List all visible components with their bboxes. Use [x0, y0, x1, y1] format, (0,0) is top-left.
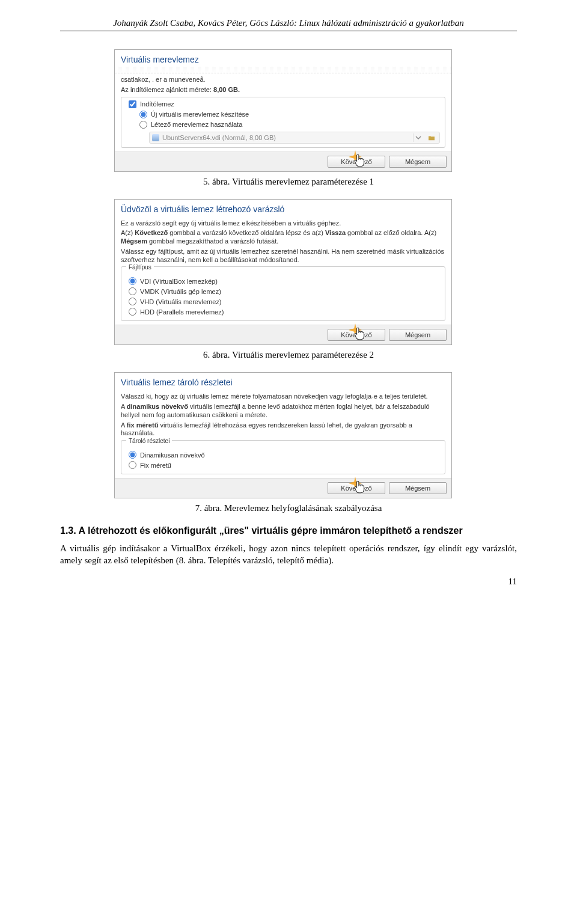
svg-marker-1 [349, 323, 362, 337]
dialog1-recommended: Az indítólemez ajánlott mérete: 8,00 GB. [121, 86, 445, 94]
dialog3-fieldset: Tároló részletei Dinamikusan növekvő Fix… [121, 440, 445, 474]
dialog2-p3: Válassz egy fájltípust, amit az új virtu… [121, 248, 445, 265]
dialog1-rec-value: 8,00 GB. [213, 86, 240, 93]
cancel-button[interactable]: Mégsem [389, 329, 447, 341]
dialog3-legend: Tároló részletei [126, 438, 172, 444]
opt-vmdk-radio[interactable] [129, 287, 136, 295]
screenshot-dialog-3: Virtuális lemez tároló részletei Válaszd… [114, 372, 452, 498]
opt-fixed-radio[interactable] [129, 461, 136, 469]
running-header: Johanyák Zsolt Csaba, Kovács Péter, Göcs… [60, 18, 517, 28]
opt-existing-row[interactable]: Létező merevlemez használata [126, 120, 440, 130]
opt-dynamic-label: Dinamikusan növekvő [140, 451, 205, 459]
opt-vdi-label: VDI (VirtualBox lemezkép) [140, 278, 218, 285]
opt-hdd-row[interactable]: HDD (Parallels merevlemez) [126, 307, 440, 317]
dialog1-buttonbar: Következő Mégsem [115, 151, 451, 171]
opt-vhd-label: VHD (Virtuális merevlemez) [140, 298, 222, 305]
next-button[interactable]: Következő [328, 156, 385, 168]
opt-hdd-label: HDD (Parallels merevlemez) [140, 308, 224, 316]
dialog3-title: Virtuális lemez tároló részletei [115, 373, 451, 391]
opt-dynamic-radio[interactable] [129, 451, 136, 459]
cancel-button[interactable]: Mégsem [389, 156, 447, 168]
disk-select-dropdown[interactable]: UbuntServerx64.vdi (Normál, 8,00 GB) [149, 132, 440, 144]
opt-vmdk-row[interactable]: VMDK (Virtuális gép lemez) [126, 286, 440, 296]
torn-edge [115, 67, 451, 73]
caption-1: 5. ábra. Virtuális merevlemez paramétere… [60, 177, 517, 187]
boot-disk-label: Indítólemez [140, 100, 174, 108]
disk-icon [152, 134, 159, 141]
dialog3-p2: A dinamikus növekvő virtuális lemezfájl … [121, 403, 445, 420]
svg-marker-2 [349, 477, 362, 490]
section-title-text: A létrehozott és előkonfigurált „üres" v… [79, 525, 463, 536]
dialog1-cutoff-text: csatlakoz, . er a muneveneå. [121, 76, 445, 84]
spark-icon [349, 323, 362, 337]
chevron-down-icon[interactable] [413, 133, 423, 142]
cancel-button-label: Mégsem [405, 158, 430, 165]
spark-icon [349, 477, 362, 490]
dialog1-title: Virtuális merevlemez [115, 50, 451, 68]
dialog1-fieldset: Indítólemez Új virtuális merevlemez kész… [121, 97, 445, 148]
screenshot-dialog-2: Üdvözöl a virtuális lemez létrehozó vará… [114, 199, 452, 346]
dialog2-p1: Ez a varázsló segít egy új virtuális lem… [121, 219, 445, 228]
opt-vmdk-label: VMDK (Virtuális gép lemez) [140, 288, 221, 295]
dialog2-legend: Fájltípus [126, 264, 154, 271]
boot-disk-checkbox[interactable] [129, 100, 136, 108]
opt-existing-label: Létező merevlemez használata [151, 121, 242, 128]
next-button[interactable]: Következő [328, 329, 385, 341]
section-heading: 1.3. A létrehozott és előkonfigurált „ür… [60, 525, 517, 536]
boot-disk-checkbox-row[interactable]: Indítólemez [126, 99, 440, 109]
opt-vdi-radio[interactable] [129, 277, 136, 285]
next-button[interactable]: Következő [328, 482, 385, 494]
svg-marker-0 [349, 150, 362, 164]
opt-dynamic-row[interactable]: Dinamikusan növekvő [126, 450, 440, 460]
dialog1-rec-prefix: Az indítólemez ajánlott mérete: [121, 86, 213, 93]
cancel-button-label: Mégsem [405, 485, 430, 492]
spark-icon [349, 150, 362, 164]
cancel-button-label: Mégsem [405, 331, 430, 338]
caption-3: 7. ábra. Merevlemez helyfoglalásának sza… [60, 503, 517, 513]
folder-browse-icon[interactable] [426, 133, 437, 142]
opt-create-new-label: Új virtuális merevlemez készítése [151, 111, 249, 118]
dialog3-p1: Válaszd ki, hogy az új virtuális lemez m… [121, 393, 445, 401]
dialog3-p3: A fix méretű virtuális lemezfájl létreho… [121, 421, 445, 438]
opt-fixed-label: Fix méretű [140, 462, 171, 469]
opt-vdi-row[interactable]: VDI (VirtualBox lemezkép) [126, 276, 440, 286]
opt-create-new-radio[interactable] [139, 111, 147, 118]
header-rule [60, 31, 517, 31]
section-paragraph: A virtuális gép indításakor a VirtualBox… [60, 542, 517, 567]
dialog3-buttonbar: Következő Mégsem [115, 478, 451, 498]
opt-fixed-row[interactable]: Fix méretű [126, 460, 440, 470]
dialog2-title: Üdvözöl a virtuális lemez létrehozó vará… [115, 200, 451, 218]
opt-existing-radio[interactable] [139, 121, 147, 129]
page-number: 11 [60, 571, 517, 587]
screenshot-dialog-1: Virtuális merevlemez csatlakoz, . er a m… [114, 49, 452, 172]
opt-vhd-radio[interactable] [129, 298, 136, 305]
opt-vhd-row[interactable]: VHD (Virtuális merevlemez) [126, 296, 440, 307]
dialog2-p2: A(z) Következő gombbal a varázsló követk… [121, 229, 445, 246]
section-number: 1.3. [60, 525, 76, 536]
cancel-button[interactable]: Mégsem [389, 482, 447, 494]
disk-select-label: UbuntServerx64.vdi (Normál, 8,00 GB) [162, 134, 276, 141]
dialog2-buttonbar: Következő Mégsem [115, 325, 451, 344]
dialog2-fieldset: Fájltípus VDI (VirtualBox lemezkép) VMDK… [121, 266, 445, 321]
opt-hdd-radio[interactable] [129, 308, 136, 316]
opt-create-new-row[interactable]: Új virtuális merevlemez készítése [126, 109, 440, 120]
caption-2: 6. ábra. Virtuális merevlemez paramétere… [60, 350, 517, 360]
